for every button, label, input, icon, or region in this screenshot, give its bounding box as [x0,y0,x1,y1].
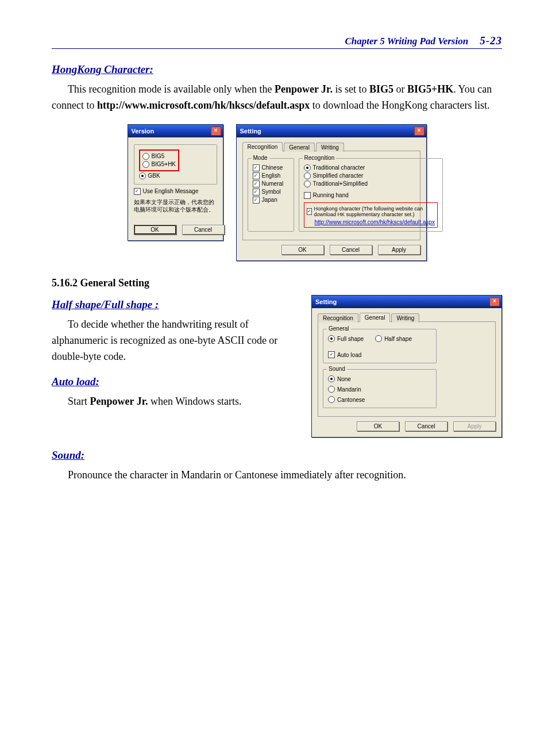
dialog-setting-recognition: Setting × Recognition General Writing Mo… [236,124,427,262]
apply-button[interactable]: Apply [453,421,496,431]
check-symbol[interactable]: Symbol [253,189,289,195]
radio-sound-mandarin[interactable]: Mandarin [328,386,431,393]
tab-writing[interactable]: Writing [316,143,344,152]
radio-icon [304,181,311,187]
dialog-version-title: Version [132,128,155,135]
highlight-box: BIG5 BIG5+HK [139,149,180,171]
radio-icon [328,375,335,382]
dialog-setting-titlebar: Setting × [237,125,426,137]
radio-sound-cantonese[interactable]: Cantonese [328,396,431,403]
close-icon[interactable]: × [489,297,500,306]
tab-recognition[interactable]: Recognition [318,313,358,323]
tab-recognition[interactable]: Recognition [242,142,283,151]
check-icon [134,188,141,195]
close-icon[interactable]: × [211,126,221,136]
chapter-title: Chapter 5 Writing Pad Version [345,36,468,47]
heading-auto-load: Auto load: [52,375,299,388]
chinese-sample-text: 如果本文字显示正确，代表您的电脑环境可以和这个版本配合。 [134,198,217,213]
radio-icon [328,396,335,403]
ok-button[interactable]: OK [357,421,399,431]
dialog-setting-title: Setting [240,128,261,135]
check-hongkong[interactable]: Hongkong character (The following websit… [307,206,435,218]
radio-icon [142,161,149,168]
heading-half-full-shape: Half shape/Full shape : [52,298,299,311]
page-header: Chapter 5 Writing Pad Version 5-23 [52,34,502,49]
para-sound: Pronounce the character in Mandarin or C… [52,467,502,483]
check-icon [307,208,312,215]
radio-big5hk[interactable]: BIG5+HK [142,161,176,168]
group-general-title: General [327,325,351,332]
check-japan[interactable]: Japan [253,197,289,204]
tab-writing[interactable]: Writing [391,313,419,323]
check-icon [328,351,335,358]
para-auto-load: Start Penpower Jr. when Windows starts. [52,394,299,410]
radio-icon [304,164,311,171]
check-icon [253,164,260,171]
check-icon [304,192,311,199]
check-running-hand[interactable]: Running hand [304,192,438,199]
cancel-button[interactable]: Cancel [330,245,372,255]
para-hongkong: This recognition mode is available only … [52,82,502,114]
check-auto-load[interactable]: Auto load [328,351,431,358]
radio-icon [328,335,335,342]
dialog-setting-title: Setting [315,298,337,305]
radio-simplified[interactable]: Simplified character [304,172,438,179]
radio-icon [139,172,146,179]
radio-big5[interactable]: BIG5 [142,153,176,160]
highlight-hk-box: Hongkong character (The following websit… [304,202,438,228]
heading-sound: Sound: [52,449,502,462]
check-icon [253,197,260,204]
para-half-full: To decide whether the handwriting result… [52,317,299,365]
radio-icon [304,172,311,179]
check-chinese[interactable]: Chinese [253,164,289,171]
radio-icon [328,386,335,393]
check-icon [253,172,260,179]
check-icon [253,181,260,187]
radio-sound-none[interactable]: None [328,375,431,382]
apply-button[interactable]: Apply [378,245,420,255]
dialog-version-titlebar: Version × [128,125,223,137]
radio-gbk[interactable]: GBK [139,172,212,179]
page-number: 5-23 [480,34,502,47]
cancel-button[interactable]: Cancel [182,225,225,235]
radio-traditional[interactable]: Traditional character [304,164,438,171]
group-recognition-title: Recognition [303,155,337,161]
close-icon[interactable]: × [414,126,424,136]
dialog-setting-titlebar: Setting × [312,296,501,308]
radio-trad-simp[interactable]: Traditional+Simplified [304,181,438,187]
heading-5-16-2: 5.16.2 General Setting [52,277,502,289]
radio-icon [375,335,382,342]
heading-hongkong-character: HongKong Character: [52,63,502,76]
radio-half-shape[interactable]: Half shape [375,335,412,342]
dialog-setting-general: Setting × Recognition General Writing Ge… [311,295,502,438]
group-mode-title: Mode [252,155,269,161]
check-english[interactable]: English [253,172,289,179]
cancel-button[interactable]: Cancel [405,421,447,431]
ok-button[interactable]: OK [281,245,324,255]
tab-general[interactable]: General [284,143,315,152]
dialog-version: Version × BIG5 BIG5+HK GBK Use English M… [128,124,223,241]
check-use-english[interactable]: Use English Message [134,188,217,195]
radio-icon [142,153,149,160]
group-sound-title: Sound [327,366,347,372]
radio-full-shape[interactable]: Full shape [328,335,364,342]
check-numeral[interactable]: Numeral [253,181,289,187]
tab-general[interactable]: General [360,313,391,322]
hk-url-link[interactable]: http://www.microsoft.com/hk/hkscs/defaul… [315,219,435,225]
ok-button[interactable]: OK [134,225,176,235]
check-icon [253,189,260,195]
